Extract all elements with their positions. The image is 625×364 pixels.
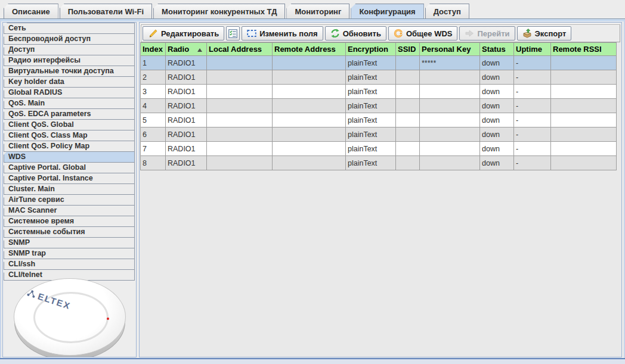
cell-index[interactable]: 2 xyxy=(141,70,166,85)
tab-4[interactable]: Мониторинг xyxy=(286,4,349,18)
table-row[interactable]: 5RADIO1plainTextdown- xyxy=(141,113,617,127)
cell-local_address[interactable] xyxy=(207,70,273,85)
cell-uptime[interactable]: - xyxy=(514,142,551,156)
tab-6[interactable]: Доступ xyxy=(425,4,469,18)
col-header-remote_rssi[interactable]: Remote RSSI xyxy=(551,43,617,56)
cell-remote_rssi[interactable] xyxy=(551,127,617,142)
cell-index[interactable]: 4 xyxy=(141,99,166,113)
cell-radio[interactable]: RADIO1 xyxy=(166,113,207,127)
sidebar-item-8[interactable]: QoS. Main xyxy=(4,98,135,109)
cell-remote_rssi[interactable] xyxy=(551,99,617,113)
cell-remote_address[interactable] xyxy=(273,142,346,156)
cell-uptime[interactable]: - xyxy=(514,85,551,99)
cell-status[interactable]: down xyxy=(480,99,514,113)
cell-index[interactable]: 1 xyxy=(141,56,166,70)
table-row[interactable]: 7RADIO1plainTextdown- xyxy=(141,142,617,156)
cell-personal_key[interactable] xyxy=(420,127,480,142)
cell-remote_rssi[interactable] xyxy=(551,70,617,85)
sidebar-item-15[interactable]: Captive Portal. Instance xyxy=(4,173,135,184)
sidebar-item-3[interactable]: Доступ xyxy=(4,44,135,55)
cell-encryption[interactable]: plainText xyxy=(346,85,396,99)
table-row[interactable]: 8RADIO1plainTextdown- xyxy=(141,156,617,170)
cell-ssid[interactable] xyxy=(396,127,420,142)
col-header-uptime[interactable]: Uptime xyxy=(514,43,551,56)
cell-remote_rssi[interactable] xyxy=(551,156,617,170)
toolbar-button-5[interactable]: Общее WDS xyxy=(388,26,458,41)
cell-encryption[interactable]: plainText xyxy=(346,113,396,127)
sidebar-item-9[interactable]: QoS. EDCA parameters xyxy=(4,108,135,120)
sidebar-item-23[interactable]: CLI/ssh xyxy=(4,259,135,270)
cell-uptime[interactable]: - xyxy=(514,56,551,70)
cell-remote_address[interactable] xyxy=(273,56,346,70)
sidebar-item-22[interactable]: SNMP trap xyxy=(4,248,135,259)
cell-ssid[interactable] xyxy=(396,85,420,99)
cell-ssid[interactable] xyxy=(396,142,420,156)
cell-encryption[interactable]: plainText xyxy=(346,142,396,156)
cell-status[interactable]: down xyxy=(480,70,514,85)
sidebar-item-12[interactable]: Client QoS. Policy Map xyxy=(4,141,135,152)
col-header-local_address[interactable]: Local Address xyxy=(207,43,273,56)
cell-radio[interactable]: RADIO1 xyxy=(166,127,207,142)
table-row[interactable]: 4RADIO1plainTextdown- xyxy=(141,99,617,113)
sidebar-item-19[interactable]: Системное время xyxy=(4,216,135,227)
cell-remote_address[interactable] xyxy=(273,127,346,142)
cell-remote_rssi[interactable] xyxy=(551,56,617,70)
cell-status[interactable]: down xyxy=(480,56,514,70)
cell-ssid[interactable] xyxy=(396,156,420,170)
cell-local_address[interactable] xyxy=(207,99,273,113)
col-header-index[interactable]: Index xyxy=(141,43,166,56)
cell-local_address[interactable] xyxy=(207,113,273,127)
sidebar-item-20[interactable]: Системные события xyxy=(4,226,135,238)
cell-personal_key[interactable] xyxy=(420,99,480,113)
cell-uptime[interactable]: - xyxy=(514,113,551,127)
table-row[interactable]: 6RADIO1plainTextdown- xyxy=(141,127,617,142)
sidebar-item-17[interactable]: AirTune сервис xyxy=(4,194,135,206)
cell-encryption[interactable]: plainText xyxy=(346,56,396,70)
sidebar-item-2[interactable]: Беспроводной доступ xyxy=(4,33,135,45)
sidebar-item-4[interactable]: Радио интерфейсы xyxy=(4,55,135,66)
sidebar-item-7[interactable]: Global RADIUS xyxy=(4,87,135,98)
cell-personal_key[interactable] xyxy=(420,70,480,85)
cell-encryption[interactable]: plainText xyxy=(346,156,396,170)
cell-status[interactable]: down xyxy=(480,127,514,142)
cell-personal_key[interactable] xyxy=(420,85,480,99)
col-header-encryption[interactable]: Encryption xyxy=(346,43,396,56)
cell-remote_address[interactable] xyxy=(273,113,346,127)
cell-local_address[interactable] xyxy=(207,85,273,99)
sidebar-item-6[interactable]: Key holder data xyxy=(4,76,135,88)
cell-uptime[interactable]: - xyxy=(514,127,551,142)
cell-index[interactable]: 6 xyxy=(141,127,166,142)
cell-encryption[interactable]: plainText xyxy=(346,99,396,113)
toolbar-button-6[interactable]: Перейти xyxy=(459,26,515,41)
cell-personal_key[interactable] xyxy=(420,156,480,170)
cell-radio[interactable]: RADIO1 xyxy=(166,99,207,113)
cell-ssid[interactable] xyxy=(396,56,420,70)
cell-remote_address[interactable] xyxy=(273,156,346,170)
sidebar-item-16[interactable]: Cluster. Main xyxy=(4,183,135,195)
col-header-status[interactable]: Status xyxy=(480,43,514,56)
sidebar-item-1[interactable]: Сеть xyxy=(4,23,135,34)
cell-status[interactable]: down xyxy=(480,142,514,156)
cell-radio[interactable]: RADIO1 xyxy=(166,85,207,99)
cell-radio[interactable]: RADIO1 xyxy=(166,156,207,170)
toolbar-button-2[interactable] xyxy=(226,26,240,41)
toolbar-button-4[interactable]: Обновить xyxy=(325,26,386,41)
cell-remote_address[interactable] xyxy=(273,85,346,99)
cell-index[interactable]: 7 xyxy=(141,142,166,156)
col-header-ssid[interactable]: SSID xyxy=(396,43,420,56)
cell-remote_address[interactable] xyxy=(273,99,346,113)
cell-remote_rssi[interactable] xyxy=(551,113,617,127)
cell-local_address[interactable] xyxy=(207,56,273,70)
cell-personal_key[interactable] xyxy=(420,142,480,156)
cell-local_address[interactable] xyxy=(207,127,273,142)
cell-uptime[interactable]: - xyxy=(514,70,551,85)
cell-personal_key[interactable] xyxy=(420,113,480,127)
cell-remote_rssi[interactable] xyxy=(551,85,617,99)
cell-status[interactable]: down xyxy=(480,156,514,170)
sidebar-item-21[interactable]: SNMP xyxy=(4,237,135,248)
cell-uptime[interactable]: - xyxy=(514,156,551,170)
sidebar-item-14[interactable]: Captive Portal. Global xyxy=(4,162,135,173)
col-header-radio[interactable]: Radio xyxy=(166,43,207,56)
cell-ssid[interactable] xyxy=(396,99,420,113)
sidebar-item-10[interactable]: Client QoS. Global xyxy=(4,119,135,130)
